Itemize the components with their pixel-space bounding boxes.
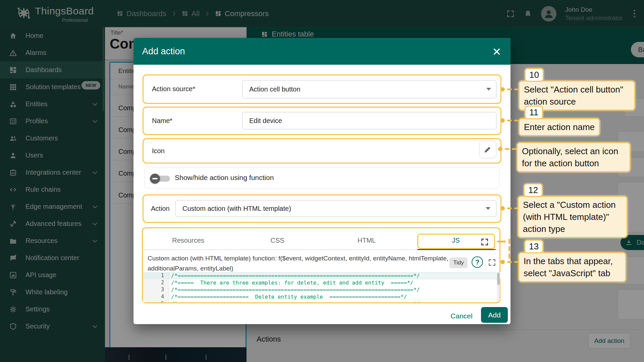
toggle-label: Show/hide action using function bbox=[175, 174, 274, 182]
expand-icon[interactable] bbox=[480, 238, 489, 246]
code-text: /*======================================… bbox=[169, 286, 420, 293]
name-value: Edit device bbox=[249, 117, 282, 125]
add-action-dialog: Add action Action source* Action cell bu… bbox=[133, 38, 511, 324]
icon-highlight bbox=[143, 138, 501, 164]
callout-icon-hint: Optionally, select an icon for the actio… bbox=[517, 142, 631, 172]
code-line: 2 /*===== There are three examples: for … bbox=[143, 279, 500, 286]
line-number: 2 bbox=[143, 279, 169, 286]
line-number: 3 bbox=[143, 286, 169, 293]
name-label: Name* bbox=[152, 117, 172, 125]
callout-step-badge: 13 bbox=[524, 240, 543, 253]
callout-12: 12 Select a "Custom action (with HTML te… bbox=[518, 196, 628, 238]
active-tab-indicator bbox=[417, 249, 495, 250]
function-signature: Custom action (with HTML template) funct… bbox=[148, 253, 449, 274]
action-type-value: Custom action (with HTML template) bbox=[182, 205, 291, 213]
action-source-value: Action cell button bbox=[249, 85, 300, 93]
callout-step-badge: 12 bbox=[524, 183, 543, 197]
action-type-select[interactable]: Custom action (with HTML template) bbox=[175, 200, 496, 217]
code-line: 1 /*====================================… bbox=[143, 272, 500, 279]
callout-step-badge: 11 bbox=[525, 106, 543, 119]
chevron-down-icon bbox=[486, 88, 491, 90]
tab-css[interactable]: CSS bbox=[233, 231, 322, 249]
name-input[interactable]: Edit device bbox=[242, 112, 496, 129]
toggle-knob[interactable] bbox=[150, 174, 160, 184]
dialog-header: Add action bbox=[133, 38, 511, 65]
pencil-icon[interactable] bbox=[479, 141, 496, 158]
close-icon[interactable] bbox=[492, 47, 502, 57]
tab-html[interactable]: HTML bbox=[322, 231, 411, 249]
code-line: 3 /*====================================… bbox=[143, 286, 500, 293]
code-line: 4 /*====================== Delete entity… bbox=[143, 293, 500, 300]
screen: ThingsBoard Professional Dashboards All … bbox=[0, 0, 644, 362]
cancel-button[interactable]: Cancel bbox=[445, 309, 478, 323]
action-source-label: Action source* bbox=[152, 85, 195, 93]
code-text: /* */ bbox=[169, 300, 420, 302]
add-button[interactable]: Add bbox=[481, 307, 508, 323]
show-hide-function-row: Show/hide action using function bbox=[144, 168, 500, 188]
code-text: /*======================================… bbox=[169, 272, 420, 279]
callout-text: In the tabs that appear, select "JavaScr… bbox=[518, 252, 626, 282]
code-line: 5 /* */ bbox=[143, 300, 500, 302]
code-text: /*====================== Delete entity e… bbox=[169, 293, 407, 300]
callout-step-badge: 10 bbox=[525, 68, 544, 82]
icon-field-label: Icon bbox=[152, 147, 165, 155]
callout-text: Enter action name bbox=[519, 118, 600, 136]
help-icon[interactable]: ? bbox=[472, 256, 483, 268]
dialog-title: Add action bbox=[142, 46, 185, 57]
chevron-down-icon bbox=[486, 207, 490, 210]
line-number: 4 bbox=[143, 293, 169, 300]
line-number: 5 bbox=[143, 300, 169, 302]
action-type-label: Action bbox=[151, 205, 170, 213]
tab-resources[interactable]: Resources bbox=[144, 231, 233, 249]
callout-text: Optionally, select an icon for the actio… bbox=[517, 142, 631, 172]
callout-13: 13 In the tabs that appear, select "Java… bbox=[518, 252, 626, 282]
callout-text: Select a "Custom action (with HTML templ… bbox=[518, 196, 628, 238]
editor-scrollbar[interactable] bbox=[497, 273, 500, 301]
callout-11: 11 Enter action name bbox=[519, 118, 600, 136]
code-editor[interactable]: 1 /*====================================… bbox=[143, 272, 500, 302]
code-text: /*===== There are three examples: for de… bbox=[169, 279, 413, 286]
tidy-button[interactable]: Tidy bbox=[449, 257, 468, 268]
expand-icon[interactable] bbox=[488, 258, 496, 267]
line-number: 1 bbox=[143, 272, 169, 279]
action-source-select[interactable]: Action cell button bbox=[242, 80, 496, 98]
